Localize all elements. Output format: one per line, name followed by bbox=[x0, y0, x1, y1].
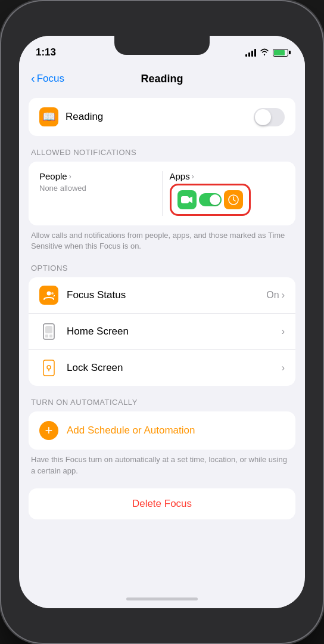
content-area: 📖 Reading ALLOWED NOTIFICATIONS People ›… bbox=[19, 93, 305, 589]
lock-screen-right: › bbox=[282, 363, 285, 373]
people-sublabel: None allowed bbox=[39, 184, 155, 193]
svg-point-5 bbox=[51, 292, 54, 295]
focus-status-label: Focus Status bbox=[67, 289, 258, 301]
signal-bar-2 bbox=[248, 52, 250, 57]
turn-on-automatically-header: TURN ON AUTOMATICALLY bbox=[31, 398, 293, 407]
facetime-app-icon bbox=[177, 190, 197, 209]
apps-notif[interactable]: Apps › bbox=[170, 171, 285, 216]
phone-frame: 1:13 bbox=[0, 0, 324, 644]
apps-label: Apps › bbox=[170, 171, 285, 181]
signal-bar-3 bbox=[251, 51, 253, 57]
lock-screen-icon bbox=[39, 358, 58, 377]
svg-point-11 bbox=[47, 366, 51, 369]
home-screen-right: › bbox=[282, 326, 285, 337]
people-notif[interactable]: People › None allowed bbox=[39, 171, 155, 216]
svg-point-4 bbox=[47, 292, 51, 296]
home-screen-icon bbox=[39, 322, 58, 341]
home-indicator bbox=[19, 589, 305, 608]
phone-screen: 1:13 bbox=[19, 36, 305, 608]
status-time: 1:13 bbox=[36, 47, 56, 58]
home-bar bbox=[126, 597, 198, 600]
notifications-card: People › None allowed Apps › bbox=[29, 162, 295, 225]
delete-focus-card[interactable]: Delete Focus bbox=[29, 488, 295, 519]
lock-screen-chevron-icon: › bbox=[282, 363, 285, 373]
signal-bar-4 bbox=[254, 49, 256, 57]
mini-toggle bbox=[199, 193, 222, 206]
add-schedule-card[interactable]: + Add Schedule or Automation bbox=[29, 411, 295, 450]
people-label: People › bbox=[39, 171, 155, 181]
apps-chevron-icon: › bbox=[192, 172, 194, 181]
home-screen-chevron-icon: › bbox=[282, 326, 285, 337]
notif-divider bbox=[162, 171, 163, 216]
svg-rect-8 bbox=[45, 335, 48, 338]
battery-fill bbox=[274, 50, 285, 55]
plus-circle-icon: + bbox=[39, 421, 58, 440]
reading-card-left: 📖 Reading bbox=[39, 107, 103, 126]
svg-rect-9 bbox=[49, 335, 52, 338]
signal-bar-1 bbox=[245, 54, 247, 57]
delete-focus-label: Delete Focus bbox=[132, 498, 192, 510]
auto-info-text: Have this Focus turn on automatically at… bbox=[31, 454, 293, 476]
lock-screen-label: Lock Screen bbox=[67, 362, 273, 374]
focus-status-chevron-icon: › bbox=[282, 290, 285, 301]
add-schedule-label: Add Schedule or Automation bbox=[67, 425, 195, 436]
svg-line-3 bbox=[233, 200, 235, 201]
signal-bars-icon bbox=[245, 48, 256, 57]
status-icons bbox=[245, 48, 288, 57]
back-chevron-icon: ‹ bbox=[31, 72, 35, 85]
notch bbox=[114, 36, 210, 55]
mini-toggle-knob bbox=[210, 194, 220, 205]
home-screen-label: Home Screen bbox=[67, 326, 273, 338]
focus-status-row[interactable]: Focus Status On › bbox=[29, 277, 295, 314]
clock-app-icon bbox=[224, 190, 243, 209]
options-card: Focus Status On › bbox=[29, 277, 295, 386]
apps-highlight-box[interactable] bbox=[170, 184, 251, 216]
svg-rect-0 bbox=[181, 196, 189, 203]
focus-status-value: On bbox=[266, 290, 279, 301]
home-screen-row[interactable]: Home Screen › bbox=[29, 314, 295, 350]
book-icon: 📖 bbox=[39, 107, 58, 126]
battery-icon bbox=[273, 49, 288, 57]
nav-bar: ‹ Focus Reading bbox=[19, 64, 305, 93]
people-chevron-icon: › bbox=[69, 172, 71, 181]
allowed-notifications-header: ALLOWED NOTIFICATIONS bbox=[31, 148, 293, 157]
focus-status-icon bbox=[39, 286, 58, 305]
wifi-icon bbox=[260, 48, 269, 57]
svg-rect-10 bbox=[43, 360, 54, 376]
page-title: Reading bbox=[141, 73, 183, 85]
notifications-info-text: Allow calls and notifications from peopl… bbox=[31, 230, 293, 252]
reading-toggle-switch[interactable] bbox=[254, 108, 285, 126]
toggle-knob bbox=[255, 109, 271, 125]
focus-status-right: On › bbox=[266, 290, 285, 301]
lock-screen-row[interactable]: Lock Screen › bbox=[29, 350, 295, 386]
options-header: OPTIONS bbox=[31, 264, 293, 273]
reading-card-label: Reading bbox=[66, 111, 103, 123]
back-label: Focus bbox=[37, 73, 64, 85]
back-button[interactable]: ‹ Focus bbox=[31, 72, 64, 85]
reading-toggle-card: 📖 Reading bbox=[29, 98, 295, 136]
svg-rect-7 bbox=[45, 326, 52, 333]
